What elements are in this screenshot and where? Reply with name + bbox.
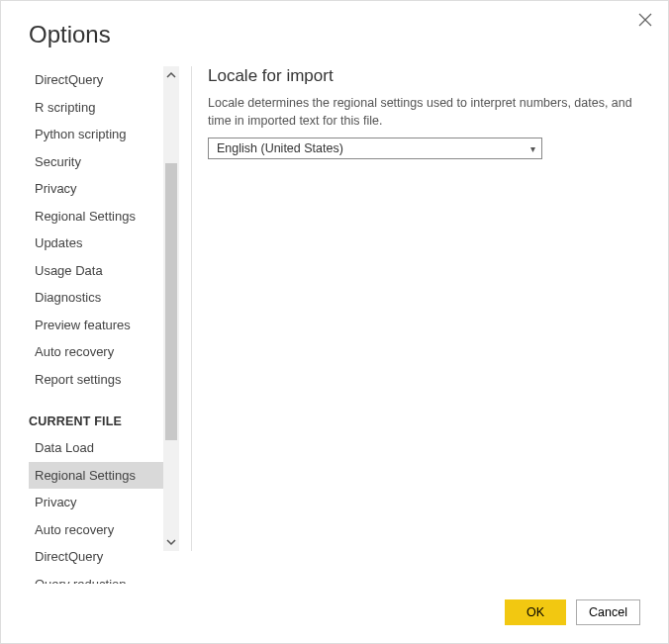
dialog-body: DirectQuery R scripting Python scripting… bbox=[29, 66, 658, 584]
sidebar-item-file-privacy[interactable]: Privacy bbox=[29, 489, 163, 516]
sidebar-item-regional-settings[interactable]: Regional Settings bbox=[29, 203, 163, 230]
sidebar-item-auto-recovery[interactable]: Auto recovery bbox=[29, 338, 163, 366]
sidebar: DirectQuery R scripting Python scripting… bbox=[29, 66, 179, 584]
cancel-button[interactable]: Cancel bbox=[576, 599, 640, 625]
sidebar-item-usage-data[interactable]: Usage Data bbox=[29, 257, 163, 285]
sidebar-item-security[interactable]: Security bbox=[29, 148, 163, 176]
options-dialog: Options DirectQuery R scripting Python s… bbox=[1, 1, 668, 643]
content-pane: Locale for import Locale determines the … bbox=[208, 66, 658, 584]
chevron-down-icon: ▾ bbox=[530, 143, 535, 154]
dialog-title: Options bbox=[29, 21, 658, 48]
locale-dropdown-value: English (United States) bbox=[217, 141, 343, 155]
scroll-down-icon[interactable] bbox=[163, 533, 179, 551]
sidebar-section-current-file: CURRENT FILE bbox=[29, 393, 163, 434]
sidebar-item-python-scripting[interactable]: Python scripting bbox=[29, 121, 163, 148]
dialog-footer: OK Cancel bbox=[11, 584, 658, 643]
scroll-track[interactable] bbox=[163, 84, 179, 533]
sidebar-item-preview-features[interactable]: Preview features bbox=[29, 312, 163, 339]
content-description: Locale determines the regional settings … bbox=[208, 94, 633, 130]
sidebar-item-r-scripting[interactable]: R scripting bbox=[29, 94, 163, 122]
locale-dropdown[interactable]: English (United States) ▾ bbox=[208, 138, 542, 159]
sidebar-item-file-data-load[interactable]: Data Load bbox=[29, 434, 163, 462]
sidebar-item-report-settings[interactable]: Report settings bbox=[29, 366, 163, 394]
close-icon[interactable] bbox=[638, 13, 654, 29]
sidebar-item-updates[interactable]: Updates bbox=[29, 230, 163, 257]
content-heading: Locale for import bbox=[208, 66, 658, 86]
ok-button[interactable]: OK bbox=[505, 599, 566, 625]
sidebar-item-privacy[interactable]: Privacy bbox=[29, 175, 163, 203]
sidebar-item-file-auto-recovery[interactable]: Auto recovery bbox=[29, 516, 163, 544]
sidebar-item-file-directquery[interactable]: DirectQuery bbox=[29, 543, 163, 571]
scroll-thumb[interactable] bbox=[165, 163, 177, 440]
sidebar-item-diagnostics[interactable]: Diagnostics bbox=[29, 284, 163, 312]
scroll-up-icon[interactable] bbox=[163, 66, 179, 84]
sidebar-item-directquery[interactable]: DirectQuery bbox=[29, 66, 163, 94]
sidebar-list: DirectQuery R scripting Python scripting… bbox=[29, 66, 163, 584]
vertical-divider bbox=[191, 66, 192, 551]
sidebar-item-file-query-reduction[interactable]: Query reduction bbox=[29, 571, 163, 585]
sidebar-scrollbar[interactable] bbox=[163, 66, 179, 551]
sidebar-item-file-regional-settings[interactable]: Regional Settings bbox=[29, 462, 163, 490]
